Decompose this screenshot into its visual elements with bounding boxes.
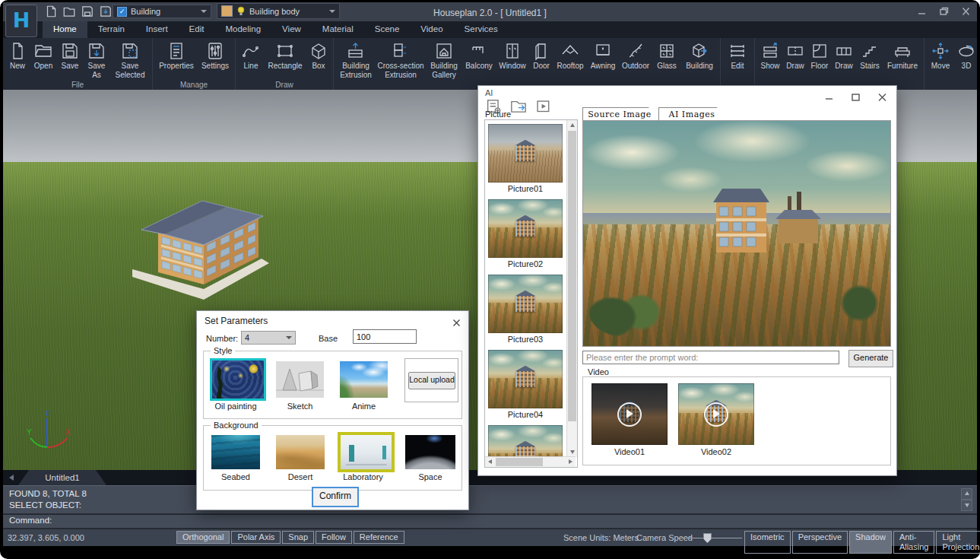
box-button[interactable]: Box — [306, 40, 331, 71]
tab-edit[interactable]: Edit — [179, 21, 215, 38]
close-icon[interactable] — [452, 316, 461, 325]
toggle-perspective[interactable]: Perspective — [792, 531, 848, 554]
tab-terrain[interactable]: Terrain — [87, 21, 135, 38]
save-icon[interactable] — [81, 5, 94, 17]
background-option-space[interactable] — [405, 435, 455, 469]
save-selected-button[interactable]: Save Selected — [110, 40, 150, 80]
play-icon[interactable] — [617, 402, 642, 427]
scroll-down-icon[interactable] — [961, 500, 972, 511]
picture-list-vertical-scrollbar[interactable] — [566, 120, 577, 457]
save-as-button[interactable]: Save As — [83, 40, 110, 80]
building-filter-dropdown[interactable]: ✓ Building — [113, 5, 211, 18]
toggle-snap[interactable]: Snap — [282, 531, 314, 544]
scroll-left-icon[interactable] — [485, 457, 495, 467]
window-button[interactable]: Window — [496, 40, 529, 71]
outdoor-button[interactable]: Outdoor — [619, 40, 652, 71]
background-option-desert[interactable] — [276, 435, 325, 469]
open-button[interactable]: Open — [30, 40, 57, 71]
tab-modeling[interactable]: Modeling — [214, 21, 271, 38]
minimize-icon[interactable] — [824, 91, 834, 100]
building-model[interactable] — [128, 187, 272, 301]
building-3d-button[interactable]: Building — [681, 40, 718, 71]
console-scrollbar[interactable] — [961, 488, 971, 511]
picture03-thumbnail[interactable] — [488, 275, 563, 333]
floor-button[interactable]: Floor — [807, 40, 832, 71]
toggle-reference[interactable]: Reference — [354, 531, 404, 544]
glass-button[interactable]: Glass — [652, 40, 681, 71]
minimize-icon[interactable] — [917, 5, 927, 14]
background-option-laboratory[interactable] — [338, 432, 395, 472]
ai-generated-image[interactable] — [582, 120, 891, 347]
style-option-anime[interactable] — [340, 361, 388, 398]
furniture-button[interactable]: Furniture — [883, 40, 921, 71]
building-body-dropdown[interactable]: Building body — [217, 3, 340, 19]
draw-floor-button[interactable]: Draw — [832, 40, 856, 71]
draw-wall-button[interactable]: Draw — [783, 40, 807, 71]
maximize-icon[interactable] — [851, 91, 861, 100]
list-item-video01[interactable]: Video01 — [591, 383, 668, 456]
door-button[interactable]: Door — [529, 40, 553, 71]
tab-view[interactable]: View — [271, 21, 312, 38]
list-item-picture04[interactable]: Picture04 — [488, 350, 563, 419]
style-option-oil-painting[interactable] — [210, 358, 266, 401]
cross-section-extrusion-button[interactable]: Cross-section Extrusion — [376, 40, 426, 80]
tab-insert[interactable]: Insert — [135, 21, 179, 38]
base-input[interactable] — [353, 329, 417, 344]
confirm-button[interactable]: Confirm — [312, 487, 359, 507]
scrollbar-thumb[interactable] — [496, 458, 543, 466]
tab-scroll-left-icon[interactable] — [9, 475, 14, 481]
tab-scene[interactable]: Scene — [364, 21, 411, 38]
rooftop-button[interactable]: Rooftop — [553, 40, 587, 71]
local-upload-button[interactable]: Local upload — [408, 372, 455, 389]
tab-material[interactable]: Material — [312, 21, 364, 38]
tab-ai-images[interactable]: AI Images — [658, 107, 725, 121]
properties-button[interactable]: Properties — [155, 40, 198, 71]
scroll-right-icon[interactable] — [566, 457, 576, 467]
line-button[interactable]: Line — [238, 40, 264, 71]
tab-services[interactable]: Services — [454, 21, 509, 38]
new-file-icon[interactable] — [44, 5, 58, 17]
rotate-3d-button[interactable]: 3D — [954, 40, 977, 71]
picture-list-horizontal-scrollbar[interactable] — [485, 456, 576, 467]
settings-button[interactable]: Settings — [198, 40, 233, 71]
checkbox-checked-icon[interactable]: ✓ — [117, 7, 127, 17]
toggle-shadow[interactable]: Shadow — [849, 531, 892, 554]
picture04-thumbnail[interactable] — [488, 350, 563, 408]
toggle-polar-axis[interactable]: Polar Axis — [231, 531, 281, 544]
picture02-thumbnail[interactable] — [488, 199, 563, 258]
command-input-row[interactable]: Command: — [3, 515, 977, 528]
picture01-thumbnail[interactable] — [488, 124, 563, 183]
list-item-video02[interactable]: Video02 — [678, 383, 754, 456]
toggle-isometric[interactable]: Isometric — [744, 531, 791, 554]
scroll-up-icon[interactable] — [961, 488, 972, 500]
save-button[interactable]: Save — [57, 40, 83, 71]
close-icon[interactable] — [961, 5, 971, 14]
tab-home[interactable]: Home — [43, 21, 87, 38]
balcony-button[interactable]: Balcony — [462, 40, 496, 71]
video02-thumbnail[interactable] — [678, 383, 754, 445]
scrollbar-thumb[interactable] — [568, 131, 576, 421]
number-select[interactable]: 4 — [241, 331, 296, 345]
toggle-light-projection[interactable]: Light Projection — [936, 531, 980, 554]
camera-speed-slider[interactable] — [703, 533, 712, 543]
color-swatch[interactable] — [221, 5, 233, 17]
building-gallery-button[interactable]: Building Gallery — [426, 40, 462, 80]
open-folder-icon[interactable] — [62, 5, 76, 17]
edit-button[interactable]: Edit — [723, 40, 752, 71]
video01-thumbnail[interactable] — [591, 383, 668, 445]
style-option-sketch[interactable] — [276, 361, 324, 398]
tab-video[interactable]: Video — [410, 21, 453, 38]
toggle-anti-aliasing[interactable]: Anti-Aliasing — [893, 531, 935, 554]
play-icon[interactable] — [704, 402, 728, 427]
awning-button[interactable]: Awning — [587, 40, 619, 71]
new-button[interactable]: New — [5, 40, 30, 71]
play-icon[interactable] — [535, 99, 552, 113]
scroll-up-icon[interactable] — [567, 120, 577, 130]
list-item-picture02[interactable]: Picture02 — [488, 199, 563, 268]
restore-icon[interactable] — [939, 5, 949, 14]
stairs-button[interactable]: Stairs — [856, 40, 883, 71]
generate-button[interactable]: Generate — [848, 350, 893, 367]
rectangle-button[interactable]: Rectangle — [264, 40, 306, 71]
command-console[interactable]: FOUND 8, TOTAL 8 SELECT OBJECT: — [3, 485, 977, 513]
save-as-icon[interactable] — [99, 5, 113, 17]
